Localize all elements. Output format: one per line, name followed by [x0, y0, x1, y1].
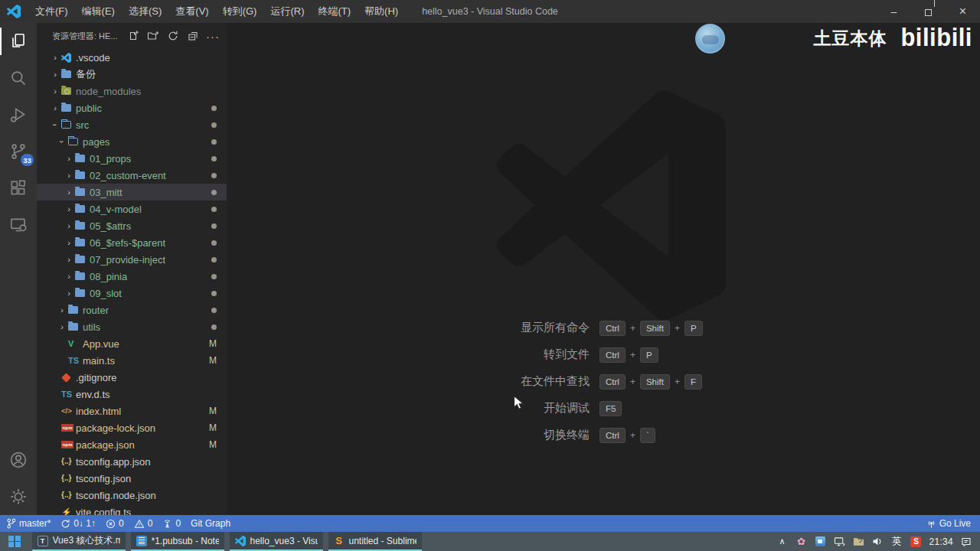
source-control-icon[interactable]: 33	[0, 133, 37, 170]
studio-label: 土豆本体	[813, 27, 887, 51]
tree-item[interactable]: ›02_custom-event	[37, 167, 227, 184]
git-modified-badge: M	[209, 439, 217, 450]
tree-item[interactable]: ›03_mitt	[37, 184, 227, 201]
chevron-icon[interactable]: ›	[63, 234, 75, 251]
account-icon[interactable]	[0, 442, 37, 478]
search-icon[interactable]	[0, 60, 37, 96]
extensions-icon[interactable]	[0, 170, 37, 207]
tree-item[interactable]: ›01_props	[37, 150, 227, 167]
tree-item[interactable]: VApp.vueM	[37, 335, 227, 352]
menu-item[interactable]: 转到(G)	[216, 0, 264, 23]
tree-item[interactable]: {..}tsconfig.node.json	[37, 487, 227, 504]
git-graph-button[interactable]: Git Graph	[191, 515, 230, 532]
tray-expand-icon[interactable]: ∧	[776, 536, 788, 548]
menu-item[interactable]: 选择(S)	[122, 0, 168, 23]
chevron-icon[interactable]: ›	[63, 268, 75, 285]
chevron-icon[interactable]: ›	[56, 302, 68, 318]
tree-item[interactable]: ›备份	[37, 66, 227, 83]
menu-item[interactable]: 查看(V)	[168, 0, 215, 23]
refresh-icon[interactable]	[165, 28, 181, 44]
tree-item[interactable]: ›06_$refs-$parent	[37, 234, 227, 251]
menu-item[interactable]: 帮助(H)	[358, 0, 405, 23]
tree-item[interactable]: TSenv.d.ts	[37, 386, 227, 403]
tree-item[interactable]: npmpackage.jsonM	[37, 436, 227, 453]
menu-item[interactable]: 文件(F)	[28, 0, 75, 23]
chevron-icon[interactable]: ›	[49, 49, 61, 66]
menu-item[interactable]: 终端(T)	[311, 0, 358, 23]
tree-item[interactable]: ›src	[37, 116, 227, 133]
git-file-icon	[61, 374, 76, 381]
chevron-icon[interactable]: ›	[63, 217, 75, 234]
chevron-icon[interactable]: ›	[56, 318, 68, 335]
tree-item[interactable]: ›public	[37, 99, 227, 116]
tree-item[interactable]: {..}tsconfig.app.json	[37, 453, 227, 470]
git-changes-dot	[211, 308, 217, 313]
tree-item[interactable]: ›.vscode	[37, 49, 227, 66]
more-actions-icon[interactable]: ···	[205, 28, 220, 44]
settings-gear-icon[interactable]	[0, 478, 37, 515]
remote-explorer-icon[interactable]	[0, 207, 37, 243]
new-file-icon[interactable]	[126, 28, 141, 44]
tree-item[interactable]: </>index.htmlM	[37, 403, 227, 419]
tree-item[interactable]: ›node_modules	[37, 83, 227, 99]
chevron-icon[interactable]: ›	[63, 201, 75, 217]
sogou-icon[interactable]: S	[910, 536, 922, 548]
ime-indicator[interactable]: 英	[890, 536, 903, 548]
chevron-icon[interactable]: ›	[49, 66, 61, 83]
errors-indicator[interactable]: 0	[106, 515, 124, 532]
tree-item[interactable]: TSmain.tsM	[37, 352, 227, 369]
folder-file-icon	[61, 70, 76, 78]
tray-display-icon[interactable]	[833, 536, 845, 548]
chevron-icon[interactable]: ›	[63, 251, 75, 268]
chevron-icon[interactable]: ›	[63, 150, 75, 167]
start-button[interactable]	[0, 532, 29, 551]
chevron-icon[interactable]: ›	[49, 99, 61, 116]
tree-item[interactable]: ›pages	[37, 133, 227, 150]
tree-item[interactable]: ›07_provide-inject	[37, 251, 227, 268]
tray-speaker-icon[interactable]	[871, 536, 884, 548]
explorer-icon[interactable]	[0, 23, 37, 60]
tree-item[interactable]: ›utils	[37, 318, 227, 335]
new-folder-icon[interactable]	[145, 28, 161, 44]
status-bar: master* 0↓ 1↑ 0 0 0 Git Graph	[0, 515, 980, 532]
chevron-icon[interactable]: ›	[63, 167, 75, 184]
taskbar-button-sublime[interactable]: Suntitled - Sublime T...	[328, 532, 422, 551]
tree-item[interactable]: ›router	[37, 302, 227, 318]
minimize-button[interactable]: –	[877, 0, 911, 23]
tray-app-icon-blue[interactable]	[814, 536, 826, 548]
warnings-indicator[interactable]: 0	[134, 515, 153, 532]
close-button[interactable]: ×	[946, 0, 980, 23]
tree-item[interactable]: {..}tsconfig.json	[37, 470, 227, 487]
taskbar-button-notepad[interactable]: *1.pubsub - Notepad	[131, 532, 224, 551]
tree-item[interactable]: .gitignore	[37, 369, 227, 386]
sublime-icon: S	[334, 536, 345, 546]
restore-button[interactable]	[911, 0, 946, 23]
tree-item[interactable]: ›04_v-model	[37, 201, 227, 217]
notification-center-icon[interactable]	[960, 536, 972, 548]
folder-npm-file-icon	[61, 87, 76, 95]
taskbar-button-typora[interactable]: TVue3 核心技术.md - ...	[32, 532, 126, 551]
tree-item[interactable]: ›09_slot	[37, 285, 227, 302]
tree-item[interactable]: ›05_$attrs	[37, 217, 227, 234]
tree-item[interactable]: npmpackage-lock.jsonM	[37, 419, 227, 436]
chevron-icon[interactable]: ›	[49, 83, 61, 99]
tree-item[interactable]: ›08_pinia	[37, 268, 227, 285]
menu-item[interactable]: 运行(R)	[263, 0, 311, 23]
taskbar-clock[interactable]: 21:34	[929, 536, 953, 547]
collapse-all-icon[interactable]	[185, 28, 201, 44]
tray-folder-icon[interactable]	[852, 536, 864, 548]
branch-indicator[interactable]: master*	[6, 515, 51, 532]
go-live-button[interactable]: Go Live	[926, 515, 971, 532]
menu-item[interactable]: 编辑(E)	[75, 0, 122, 23]
chevron-icon[interactable]: ›	[63, 184, 75, 201]
folder-file-icon	[75, 289, 90, 297]
tray-app-icon-flower[interactable]: ✿	[795, 536, 807, 548]
keycap: P	[684, 321, 703, 336]
editor-area[interactable]: 显示所有命令Ctrl+Shift+P转到文件Ctrl+P在文件中查找Ctrl+S…	[227, 23, 980, 515]
run-debug-icon[interactable]	[0, 96, 37, 133]
ports-indicator[interactable]: 0	[162, 515, 181, 532]
sync-indicator[interactable]: 0↓ 1↑	[60, 515, 96, 532]
taskbar-button-vscode[interactable]: hello_vue3 - Visual ...	[230, 532, 323, 551]
tree-item[interactable]: ⚡vite.config.ts	[37, 504, 227, 515]
chevron-icon[interactable]: ›	[63, 285, 75, 302]
